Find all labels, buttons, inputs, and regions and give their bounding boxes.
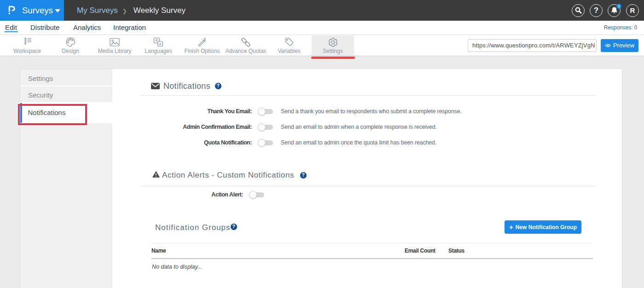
svg-text:A: A	[159, 42, 162, 46]
